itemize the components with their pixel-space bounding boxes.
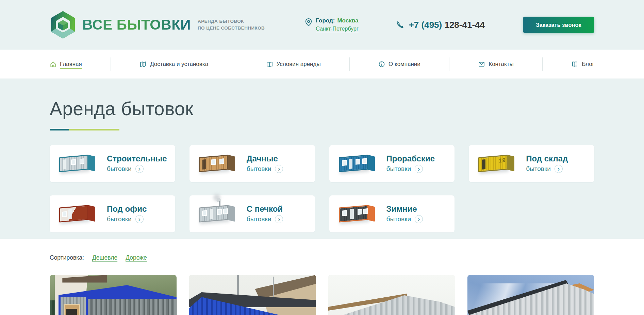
phone-number: +7 (495) 128-41-44 — [409, 20, 485, 30]
arrow-right-icon: › — [275, 215, 283, 223]
map-pin-icon — [305, 18, 312, 27]
cabin-illustration — [55, 150, 102, 177]
cabin-number-label: 19 — [499, 157, 506, 164]
title-underline — [50, 129, 119, 130]
cabin-illustration — [195, 200, 242, 227]
brand-name: ВСЕ БЫТОВКИ — [82, 17, 191, 33]
city-current[interactable]: Москва — [337, 17, 358, 24]
category-card-zimnie[interactable]: Зимние бытовки › — [329, 195, 455, 232]
nav-divider — [237, 57, 237, 71]
open-book-icon — [266, 61, 273, 68]
product-photo[interactable] — [50, 275, 177, 315]
mail-icon — [478, 61, 485, 68]
category-title: С печкой — [247, 204, 283, 214]
category-card-pechka[interactable]: С печкой бытовки › — [189, 195, 315, 232]
cabin-illustration — [335, 200, 382, 227]
category-title: Под склад — [526, 154, 568, 163]
category-grid: Строительные бытовки › Дачные бытовки › — [50, 145, 594, 232]
city-selector: Город: Москва Санкт-Петербург — [305, 17, 358, 32]
main-navigation: Главная Доставка и установка Условия аре… — [0, 50, 644, 78]
category-subtitle: бытовки — [247, 215, 271, 223]
cabin-illustration — [335, 150, 382, 177]
sort-expensive-link[interactable]: Дороже — [126, 254, 147, 261]
category-title: Прорабские — [386, 154, 435, 163]
cabin-illustration — [55, 200, 102, 227]
nav-divider — [111, 57, 111, 71]
info-icon — [378, 61, 385, 68]
brand-tagline: АРЕНДА БЫТОВОК ПО ЦЕНЕ СОБСТВЕННИКОВ — [198, 18, 265, 31]
nav-item-contacts[interactable]: Контакты — [478, 61, 513, 68]
cabin-illustration — [195, 150, 242, 177]
category-title: Строительные — [107, 154, 167, 163]
category-title: Зимние — [386, 204, 423, 214]
category-card-dachnye[interactable]: Дачные бытовки › — [189, 145, 315, 182]
category-card-prorabskie[interactable]: Прорабские бытовки › — [329, 145, 455, 182]
nav-item-blog[interactable]: Блог — [571, 61, 594, 68]
sort-row: Сортировка: Дешевле Дороже — [50, 254, 594, 261]
category-card-stroitelnye[interactable]: Строительные бытовки › — [50, 145, 175, 182]
nav-item-delivery[interactable]: Доставка и установка — [139, 61, 208, 68]
map-icon — [139, 61, 147, 68]
category-subtitle: бытовки — [247, 165, 271, 173]
category-subtitle: бытовки — [526, 165, 551, 173]
category-subtitle: бытовки — [386, 215, 411, 223]
catalog-section: Сортировка: Дешевле Дороже — [50, 254, 594, 315]
arrow-right-icon: › — [555, 165, 563, 173]
top-bar: ВСЕ БЫТОВКИ АРЕНДА БЫТОВОК ПО ЦЕНЕ СОБСТ… — [0, 0, 644, 50]
order-call-button[interactable]: Заказать звонок — [523, 17, 594, 33]
logo-hexagon-icon — [50, 11, 76, 39]
site-logo[interactable]: ВСЕ БЫТОВКИ АРЕНДА БЫТОВОК ПО ЦЕНЕ СОБСТ… — [50, 11, 265, 39]
product-grid — [50, 275, 594, 315]
categories-section: Аренда бытовок Строительные бытовки › — [0, 78, 644, 239]
city-label: Город: — [316, 17, 335, 24]
city-link-spb[interactable]: Санкт-Петербург — [316, 26, 358, 32]
page-title: Аренда бытовок — [50, 99, 594, 119]
arrow-right-icon: › — [135, 215, 144, 223]
product-photo[interactable] — [467, 275, 594, 315]
sort-cheaper-link[interactable]: Дешевле — [92, 254, 117, 261]
phone-icon — [396, 20, 404, 29]
category-subtitle: бытовки — [386, 165, 411, 173]
nav-item-about[interactable]: О компании — [378, 61, 420, 68]
category-title: Под офис — [107, 204, 147, 214]
category-card-sklad[interactable]: 19 Под склад бытовки › — [469, 145, 594, 182]
nav-item-terms[interactable]: Условия аренды — [266, 61, 321, 68]
cabin-illustration: 19 — [474, 150, 521, 177]
category-subtitle: бытовки — [107, 165, 132, 173]
blog-icon — [571, 61, 578, 68]
arrow-right-icon: › — [275, 165, 283, 173]
home-icon — [50, 61, 56, 68]
sort-label: Сортировка: — [50, 254, 84, 261]
nav-divider — [542, 57, 543, 71]
category-card-ofis[interactable]: Под офис бытовки › — [50, 195, 175, 232]
category-subtitle: бытовки — [107, 215, 132, 223]
nav-item-home[interactable]: Главная — [50, 61, 82, 68]
category-title: Дачные — [247, 154, 283, 163]
phone-block[interactable]: +7 (495) 128-41-44 — [396, 20, 485, 30]
nav-divider — [349, 57, 350, 71]
product-photo[interactable] — [189, 275, 316, 315]
arrow-right-icon: › — [415, 215, 423, 223]
arrow-right-icon: › — [135, 165, 144, 173]
nav-divider — [449, 57, 449, 71]
product-photo[interactable] — [328, 275, 455, 315]
arrow-right-icon: › — [415, 165, 423, 173]
